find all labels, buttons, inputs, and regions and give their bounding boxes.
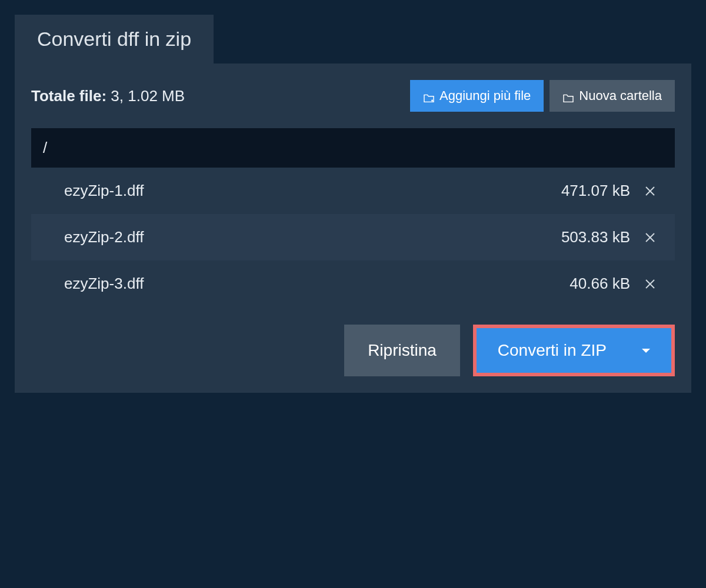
file-row: ezyZip-3.dff 40.66 kB bbox=[31, 260, 675, 307]
convert-button-highlight: Converti in ZIP bbox=[473, 325, 675, 376]
add-files-button[interactable]: Aggiungi più file bbox=[410, 80, 544, 112]
file-size: 471.07 kB bbox=[561, 182, 630, 200]
remove-file-icon[interactable] bbox=[643, 230, 657, 245]
file-size: 40.66 kB bbox=[570, 275, 630, 293]
remove-file-icon[interactable] bbox=[643, 277, 657, 291]
new-folder-button[interactable]: Nuova cartella bbox=[550, 80, 675, 112]
path-breadcrumb[interactable]: / bbox=[31, 128, 675, 168]
file-row: ezyZip-2.dff 503.83 kB bbox=[31, 214, 675, 260]
caret-down-icon bbox=[642, 349, 650, 353]
new-folder-label: Nuova cartella bbox=[579, 88, 662, 103]
convert-button[interactable]: Converti in ZIP bbox=[477, 328, 671, 373]
folder-icon bbox=[562, 91, 574, 101]
tab-title[interactable]: Converti dff in zip bbox=[15, 15, 214, 64]
folder-plus-icon bbox=[423, 91, 435, 101]
file-name: ezyZip-2.dff bbox=[49, 228, 561, 246]
convert-button-label: Converti in ZIP bbox=[498, 341, 607, 360]
add-files-label: Aggiungi più file bbox=[439, 88, 531, 103]
file-total-value: 3, 1.02 MB bbox=[111, 87, 185, 105]
file-total-label: Totale file: bbox=[31, 87, 106, 105]
file-name: ezyZip-1.dff bbox=[49, 182, 561, 200]
file-list: / ezyZip-1.dff 471.07 kB ezyZip-2.dff 50… bbox=[31, 128, 675, 307]
file-size: 503.83 kB bbox=[561, 228, 630, 246]
file-name: ezyZip-3.dff bbox=[49, 275, 570, 293]
remove-file-icon[interactable] bbox=[643, 184, 657, 198]
reset-button[interactable]: Ripristina bbox=[344, 325, 460, 376]
main-panel: Totale file: 3, 1.02 MB Aggiungi più fil… bbox=[15, 64, 691, 393]
file-total-summary: Totale file: 3, 1.02 MB bbox=[31, 87, 185, 105]
file-row: ezyZip-1.dff 471.07 kB bbox=[31, 168, 675, 214]
